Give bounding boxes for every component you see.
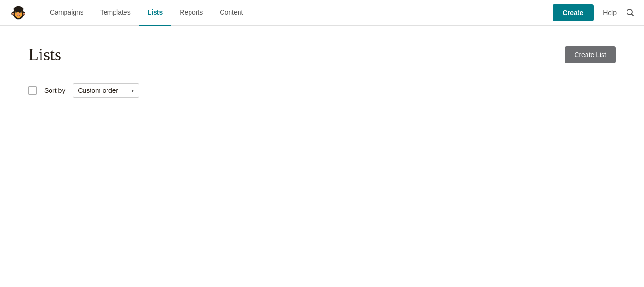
main-nav: Campaigns Templates Lists Reports Conten… [41, 0, 553, 25]
create-button[interactable]: Create [553, 4, 594, 21]
svg-point-11 [14, 6, 24, 12]
svg-point-8 [12, 13, 14, 15]
search-icon [626, 8, 635, 17]
page-title: Lists [28, 45, 61, 65]
nav-campaigns[interactable]: Campaigns [41, 0, 92, 26]
main-header: Campaigns Templates Lists Reports Conten… [0, 0, 644, 26]
help-link[interactable]: Help [603, 9, 617, 16]
nav-content[interactable]: Content [211, 0, 251, 26]
mailchimp-logo [9, 4, 27, 22]
nav-lists[interactable]: Lists [139, 0, 172, 26]
select-all-checkbox[interactable] [28, 86, 37, 95]
header-right: Create Help [553, 4, 635, 21]
nav-reports[interactable]: Reports [171, 0, 211, 26]
chevron-down-icon: ▾ [132, 88, 134, 93]
svg-line-13 [632, 14, 634, 16]
svg-point-10 [23, 13, 25, 15]
sort-dropdown[interactable]: Custom order Date created Name Subscribe… [73, 83, 139, 98]
create-list-button[interactable]: Create List [565, 46, 616, 63]
logo-area[interactable] [9, 4, 27, 22]
page-header: Lists Create List [28, 45, 616, 65]
toolbar: Sort by Custom order Date created Name S… [28, 83, 616, 98]
sort-select[interactable]: Custom order Date created Name Subscribe… [78, 87, 128, 94]
sort-label: Sort by [44, 87, 65, 94]
nav-templates[interactable]: Templates [92, 0, 139, 26]
main-content: Lists Create List Sort by Custom order D… [0, 26, 644, 116]
search-button[interactable] [626, 8, 635, 17]
